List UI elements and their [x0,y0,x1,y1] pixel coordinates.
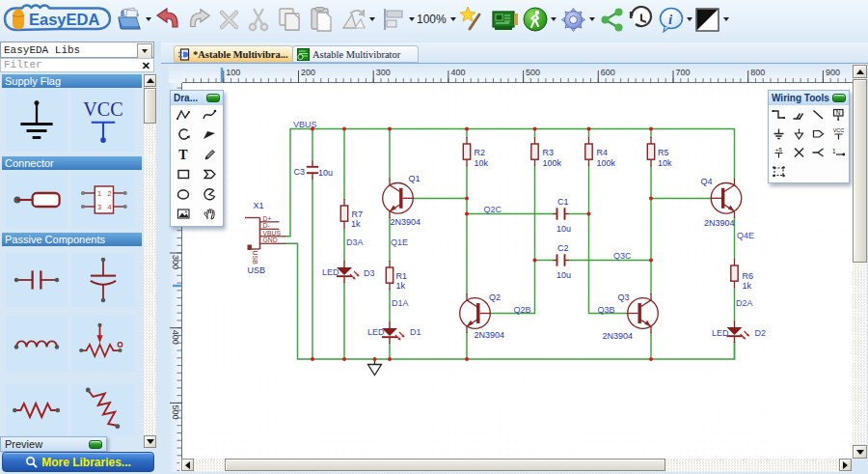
tool-pie[interactable] [203,186,218,202]
run-simulation-button[interactable] [522,4,556,35]
tool-arrow[interactable] [203,127,218,143]
schematic-canvas[interactable]: USBVBUSX1USBD+D-VBUSGNDC310uR71kR11kR210… [182,83,853,459]
undo-button[interactable] [152,4,183,35]
tool-wire[interactable] [771,107,786,123]
main-area: *Astable Multivibra... Astable Multivibr… [161,42,868,474]
settings-button[interactable] [559,4,595,35]
lib-item-vcc-flag[interactable]: VCC [71,89,135,152]
tool-net-port[interactable] [811,125,827,141]
tool-vcc-flag[interactable] [831,125,847,141]
schematic-text-usb: USB [248,265,266,275]
drawing-tools-collapse-button[interactable] [206,94,220,102]
section-header-passive[interactable]: Passive Components [2,233,142,246]
more-libraries-button[interactable]: More Libraries... [2,452,154,472]
cut-button[interactable] [244,4,273,35]
tool-net-label[interactable] [831,107,847,123]
libs-select[interactable]: EasyEDA Libs [0,42,154,58]
section-header-supply-flag[interactable]: Supply Flag [2,74,142,88]
help-info-button[interactable]: i [658,4,692,35]
drawing-tools-header[interactable]: Dra... [171,91,223,105]
net-label-icon [831,107,846,122]
tool-bus[interactable] [791,107,806,123]
schematic-text-q2: Q2 [489,293,501,302]
theme-button[interactable] [693,4,729,35]
vscroll-down-button[interactable] [853,445,867,459]
lib-item-resistor[interactable] [6,384,68,436]
tool-no-connect[interactable] [791,145,806,160]
tool-pin[interactable] [831,145,847,160]
lib-item-capacitor[interactable] [6,253,68,307]
hscroll-right-button[interactable] [839,459,852,471]
run-dropdown-icon[interactable] [551,17,556,21]
tool-rectangle[interactable] [176,167,192,182]
theme-dropdown-icon[interactable] [723,17,729,21]
tool-plus5-flag[interactable] [771,145,786,160]
text-icon [176,148,191,162]
redo-button[interactable] [185,4,214,35]
zoom-level-control[interactable]: 100% [417,4,456,35]
zoom-dropdown-icon[interactable] [450,17,456,21]
tab-pcb-inactive[interactable]: Astable Multivibrator [292,45,419,63]
rotate-button[interactable] [339,4,375,35]
history-button[interactable] [627,4,654,35]
open-file-dropdown-icon[interactable] [146,17,151,21]
tool-line[interactable] [811,107,827,123]
tool-pencil[interactable] [203,147,218,162]
search-icon [25,456,38,468]
settings-dropdown-icon[interactable] [589,17,595,21]
lib-item-polarized-capacitor[interactable] [71,253,135,307]
align-button[interactable] [380,4,415,35]
tool-ground[interactable] [771,125,786,141]
tool-image[interactable] [176,207,192,222]
sidebar-scrollbar-track[interactable] [144,74,156,448]
tool-drag[interactable] [203,207,218,222]
tool-ground-triangle[interactable] [791,125,806,141]
libs-select-dropdown-button[interactable] [137,43,152,59]
open-file-button[interactable] [116,4,151,35]
tab-schematic-active[interactable]: *Astable Multivibra... [174,45,293,63]
filter-box[interactable]: Filter ✕ [0,58,154,72]
paste-button[interactable] [307,4,336,35]
tool-polyline[interactable] [176,107,192,123]
section-header-connector[interactable]: Connector [2,156,142,170]
tool-text[interactable] [176,147,192,162]
tool-bus-entry[interactable] [811,145,827,160]
polygon-icon [203,167,217,181]
tool-bezier[interactable] [203,107,218,123]
vscroll-thumb[interactable] [853,79,867,263]
lib-item-ground-flag[interactable] [6,89,68,152]
svg-text:3: 3 [97,202,101,210]
sidebar-scroll-down-button[interactable] [144,435,156,448]
sidebar-scrollbar-thumb[interactable] [144,88,156,124]
copy-button[interactable] [275,4,305,35]
wire-icon [772,107,786,122]
wiring-tools-header[interactable]: Wiring Tools [769,91,849,105]
tool-ellipse[interactable] [176,186,192,202]
share-button[interactable] [599,4,625,35]
horizontal-scrollbar[interactable] [179,459,852,472]
tool-group[interactable] [771,163,786,179]
preview-panel-header[interactable]: Preview [0,436,107,452]
tool-polygon[interactable] [203,167,218,182]
tool-arc[interactable] [176,127,192,143]
sidebar-scroll-up-button[interactable] [144,74,156,87]
pcb-button[interactable] [490,4,520,35]
lib-item-potentiometer[interactable] [71,316,135,372]
delete-button[interactable] [216,4,242,35]
filter-input[interactable]: Filter [1,59,153,71]
lib-item-resistor-diagonal[interactable] [71,384,135,436]
rotate-dropdown-icon[interactable] [369,17,375,21]
align-dropdown-icon[interactable] [409,17,415,21]
preview-collapse-button[interactable] [89,440,102,449]
lib-item-header-4pin[interactable]: 1 2 3 4 [71,171,135,228]
filter-clear-icon[interactable]: ✕ [142,59,150,72]
wizard-button[interactable] [458,4,487,35]
lib-item-plug-connector[interactable] [6,171,68,228]
vscroll-up-button[interactable] [853,65,867,78]
hscroll-left-button[interactable] [181,459,194,471]
hscroll-thumb[interactable] [225,459,665,471]
help-dropdown-icon[interactable] [687,17,692,21]
vertical-scrollbar[interactable] [853,64,867,460]
lib-item-inductor[interactable] [6,316,68,372]
wiring-tools-collapse-button[interactable] [832,94,846,102]
